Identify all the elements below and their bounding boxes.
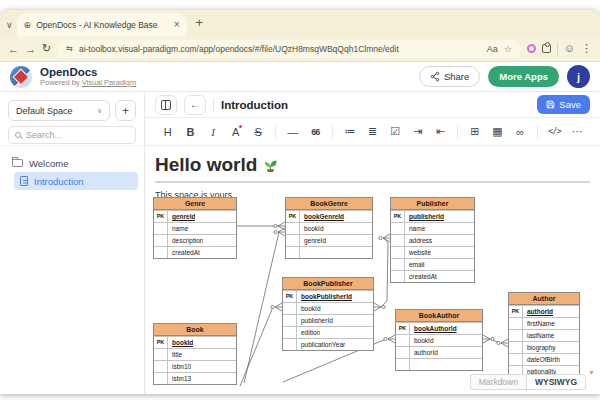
toggle-sidebar-button[interactable] [155, 95, 177, 115]
sidebar-item-introduction[interactable]: Introduction [14, 172, 138, 190]
task-list-icon[interactable]: ☑ [385, 122, 405, 142]
menu-kebab-icon[interactable]: ⋮ [581, 42, 592, 55]
extension-badge-icon[interactable] [527, 44, 536, 53]
blockquote-icon[interactable]: 66 [306, 122, 326, 142]
er-pk-cell [509, 354, 523, 365]
document-panel: ← Introduction Save HBIAS—66≔≣☑⇥⇤⊞▦∞</>⋯… [145, 92, 600, 394]
save-button[interactable]: Save [537, 95, 590, 114]
sidebar: Default Space ∨ + WelcomeIntroduction [0, 92, 145, 394]
visual-paradigm-link[interactable]: Visual Paradigm [82, 78, 136, 87]
er-field-row: isbn10 [154, 360, 236, 372]
er-field-row: edition [283, 326, 373, 338]
document-icon [20, 176, 28, 186]
app-header: OpenDocs Powered by Visual Paradigm Shar… [0, 62, 600, 92]
er-field-name: publicationYear [297, 339, 345, 350]
brand-text: OpenDocs Powered by Visual Paradigm [40, 66, 136, 87]
bold-icon[interactable]: B [181, 122, 201, 142]
er-field-name: bookGenreId [300, 211, 344, 222]
space-selector[interactable]: Default Space ∨ [8, 100, 110, 121]
more-apps-button[interactable]: More Apps [488, 66, 559, 87]
er-field-name: website [405, 247, 431, 258]
mode-markdown-button[interactable]: Markdown [470, 374, 526, 390]
er-pk-cell [154, 361, 168, 372]
share-button[interactable]: Share [419, 66, 480, 87]
font-color-icon[interactable]: A [226, 122, 246, 142]
er-field-row: createdAt [391, 270, 474, 282]
er-table-publisher: PublisherPKpublisherIdnameaddresswebsite… [390, 197, 475, 283]
header-divider [213, 98, 214, 112]
er-pk-cell [391, 247, 405, 258]
toolbar-separator [537, 125, 538, 139]
er-pk-cell [283, 327, 297, 338]
profile-icon[interactable]: ☺ [564, 43, 575, 54]
er-pk-cell [391, 259, 405, 270]
reload-button[interactable]: ↻ [42, 42, 51, 55]
outdent-icon[interactable]: ⇤ [431, 122, 451, 142]
er-field-row: PKbookId [154, 336, 236, 348]
strikethrough-icon[interactable]: S [248, 122, 268, 142]
er-pk-cell: PK [391, 211, 405, 222]
extensions-icon[interactable] [542, 44, 551, 53]
er-pk-cell [283, 339, 297, 350]
more-icon[interactable]: ⋯ [567, 122, 587, 142]
er-field-row: PKgenreId [154, 210, 236, 222]
er-pk-cell [391, 271, 405, 282]
new-tab-button[interactable]: + [196, 16, 204, 29]
image-icon[interactable]: ▦ [488, 122, 508, 142]
avatar[interactable]: j [567, 65, 590, 88]
mode-wysiwyg-button[interactable]: WYSIWYG [526, 374, 586, 390]
back-button[interactable]: ← [8, 43, 19, 55]
page-tree: WelcomeIntroduction [0, 146, 144, 198]
search-box[interactable] [8, 126, 136, 144]
er-pk-cell: PK [283, 291, 297, 302]
add-page-button[interactable]: + [115, 100, 136, 121]
tree-item-label: Welcome [29, 158, 68, 169]
sidebar-item-welcome[interactable]: Welcome [6, 154, 138, 172]
url-text: ai-toolbox.visual-paradigm.com/app/opend… [79, 44, 481, 54]
bullet-list-icon[interactable]: ≔ [340, 122, 360, 142]
main-area: Default Space ∨ + WelcomeIntroduction [0, 92, 600, 394]
browser-tab[interactable]: ⊕ OpenDocs - AI Knowledge Base × [17, 13, 187, 36]
er-field-name: name [405, 223, 425, 234]
translate-icon[interactable]: Aa [487, 44, 498, 54]
er-field-name: bookId [297, 303, 321, 314]
link-icon[interactable]: ∞ [510, 122, 530, 142]
site-settings-icon[interactable]: ⇆ [66, 44, 73, 53]
horizontal-rule-icon[interactable]: — [283, 122, 303, 142]
folder-icon [12, 159, 23, 167]
indent-icon[interactable]: ⇥ [408, 122, 428, 142]
er-table-bookgenre: BookGenrePKbookGenreIdbookIdgenreId [285, 197, 373, 259]
code-icon[interactable]: </> [545, 122, 565, 142]
er-table-bookauthor: BookAuthorPKbookAuthorIdbookIdauthorId [395, 309, 483, 371]
er-field-name: bookId [300, 223, 324, 234]
editor-canvas[interactable]: Hello world This space is yours. GenrePK… [145, 146, 600, 394]
browser-toolbar: ← → ↻ ⇆ ai-toolbox.visual-paradigm.com/a… [0, 36, 600, 62]
er-field-name: email [405, 259, 425, 270]
er-field-name: edition [297, 327, 320, 338]
opendocs-logo-icon [10, 66, 32, 88]
tree-item-label: Introduction [34, 176, 84, 187]
bookmark-star-icon[interactable]: ☆ [504, 44, 512, 54]
er-field-name: description [168, 235, 203, 246]
er-field-name: name [168, 223, 188, 234]
toolbar-separator [275, 125, 276, 139]
address-bar[interactable]: ⇆ ai-toolbox.visual-paradigm.com/app/ope… [57, 40, 521, 58]
er-pk-cell [391, 235, 405, 246]
italic-icon[interactable]: I [203, 122, 223, 142]
tab-list-button[interactable]: ∨ [6, 21, 13, 30]
forward-button[interactable]: → [25, 43, 36, 55]
tab-close-icon[interactable]: × [174, 19, 180, 30]
powered-by-prefix: Powered by [40, 78, 80, 87]
ordered-list-icon[interactable]: ≣ [363, 122, 383, 142]
back-nav-button[interactable]: ← [184, 95, 206, 115]
er-field-row: PKbookAuthorId [396, 322, 482, 334]
search-input[interactable] [26, 130, 129, 140]
table-icon[interactable]: ⊞ [465, 122, 485, 142]
heading-icon[interactable]: H [158, 122, 178, 142]
er-field-name: createdAt [168, 247, 200, 258]
er-field-row [396, 358, 482, 370]
tab-title: OpenDocs - AI Knowledge Base [36, 20, 169, 30]
er-field-row [286, 246, 372, 258]
er-pk-cell [396, 359, 410, 370]
intro-text: This space is yours. [155, 190, 590, 200]
